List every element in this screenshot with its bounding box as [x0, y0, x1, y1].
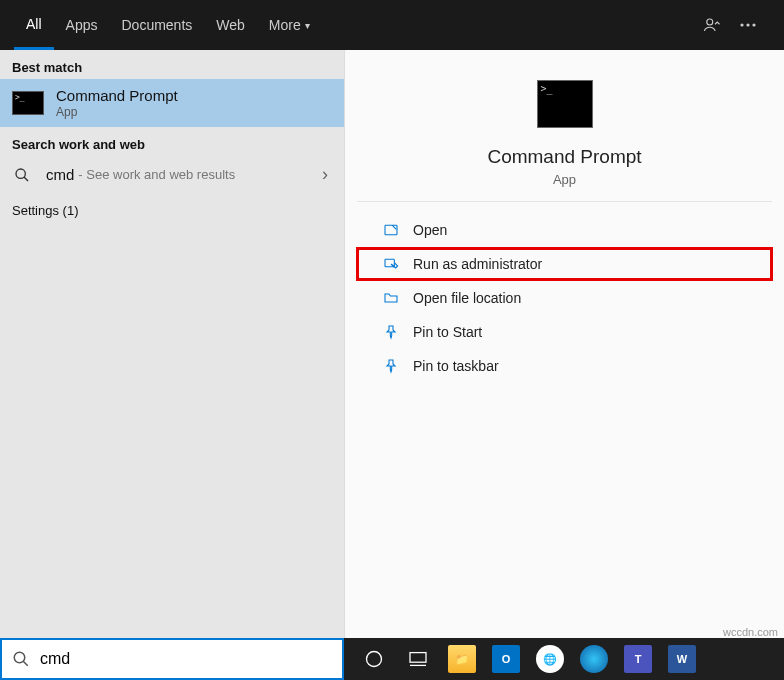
app-word[interactable]: W: [662, 638, 702, 680]
results-pane: Best match Command Prompt App Search wor…: [0, 50, 344, 638]
result-title: Command Prompt: [56, 87, 178, 105]
tab-more[interactable]: More: [257, 0, 322, 50]
app-chrome[interactable]: 🌐: [530, 638, 570, 680]
settings-category[interactable]: Settings (1): [0, 193, 344, 228]
preview-pane: Command Prompt App Open Run as administr…: [344, 50, 784, 638]
cortana-icon[interactable]: [354, 638, 394, 680]
app-teams[interactable]: T: [618, 638, 658, 680]
app-file-explorer[interactable]: 📁: [442, 638, 482, 680]
chevron-right-icon: ›: [322, 164, 332, 185]
action-pin-to-start[interactable]: Pin to Start: [357, 316, 772, 348]
svg-point-7: [14, 652, 25, 663]
open-icon: [379, 222, 403, 238]
tab-all[interactable]: All: [14, 0, 54, 50]
action-open-loc-label: Open file location: [413, 290, 521, 306]
action-run-as-administrator[interactable]: Run as administrator: [357, 248, 772, 280]
action-open-file-location[interactable]: Open file location: [357, 282, 772, 314]
web-result-cmd[interactable]: cmd - See work and web results ›: [0, 156, 344, 193]
action-open-label: Open: [413, 222, 447, 238]
svg-point-8: [367, 652, 382, 667]
search-work-web-label: Search work and web: [0, 127, 344, 156]
preview-command-prompt-icon: [537, 80, 593, 128]
settings-label: Settings: [12, 203, 59, 218]
best-match-label: Best match: [0, 50, 344, 79]
search-icon: [12, 650, 30, 668]
command-prompt-icon: [12, 91, 44, 115]
options-icon[interactable]: [730, 0, 766, 50]
tab-documents[interactable]: Documents: [109, 0, 204, 50]
result-command-prompt[interactable]: Command Prompt App: [0, 79, 344, 127]
svg-rect-5: [385, 225, 397, 234]
action-open[interactable]: Open: [357, 214, 772, 246]
action-pin-taskbar-label: Pin to taskbar: [413, 358, 499, 374]
task-view-icon[interactable]: [398, 638, 438, 680]
feedback-icon[interactable]: [694, 0, 730, 50]
settings-count: (1): [63, 203, 79, 218]
action-pin-to-taskbar[interactable]: Pin to taskbar: [357, 350, 772, 382]
svg-point-2: [746, 23, 749, 26]
app-edge[interactable]: [574, 638, 614, 680]
search-box[interactable]: [0, 638, 344, 680]
folder-icon: [379, 290, 403, 306]
search-filter-tabs: All Apps Documents Web More: [0, 0, 784, 50]
pin-taskbar-icon: [379, 358, 403, 374]
tab-web[interactable]: Web: [204, 0, 257, 50]
action-run-admin-label: Run as administrator: [413, 256, 542, 272]
svg-point-0: [707, 19, 713, 25]
app-outlook[interactable]: O: [486, 638, 526, 680]
tab-apps[interactable]: Apps: [54, 0, 110, 50]
svg-point-3: [752, 23, 755, 26]
watermark: wccdn.com: [723, 626, 778, 638]
preview-subtitle: App: [553, 172, 576, 187]
admin-icon: [379, 256, 403, 272]
result-subtitle: App: [56, 105, 178, 119]
web-hint: - See work and web results: [78, 167, 235, 182]
action-pin-start-label: Pin to Start: [413, 324, 482, 340]
preview-title: Command Prompt: [487, 146, 641, 168]
search-input[interactable]: [40, 650, 332, 668]
svg-point-1: [740, 23, 743, 26]
taskbar: 📁 O 🌐 T W: [0, 638, 784, 680]
search-icon: [12, 167, 32, 183]
pin-start-icon: [379, 324, 403, 340]
svg-point-4: [16, 169, 25, 178]
web-term: cmd: [46, 166, 74, 183]
svg-rect-9: [410, 653, 426, 663]
